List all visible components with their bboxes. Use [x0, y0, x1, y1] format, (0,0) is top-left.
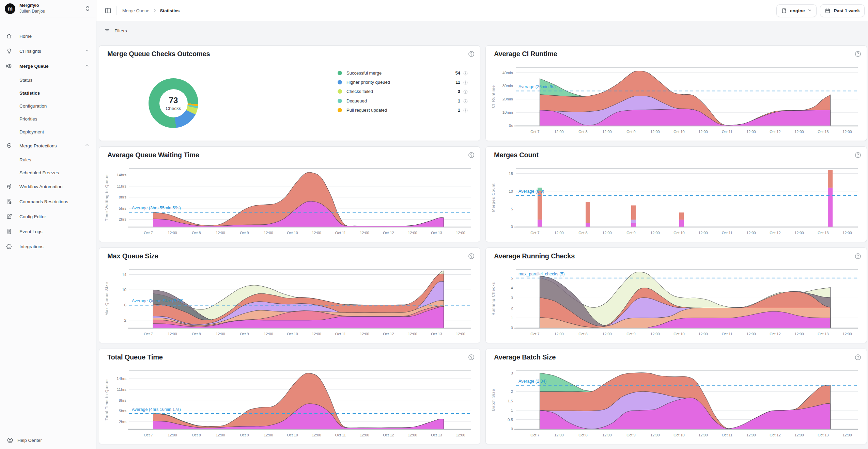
legend-row-checks-failed[interactable]: Checks failed3 [338, 89, 468, 95]
x-tick-label: 12:00 [650, 130, 660, 134]
average-batch-size-chart[interactable]: Average (2.34)00.511.523Oct 712:00Oct 81… [489, 365, 863, 443]
checks-outcomes-donut[interactable]: 73Checks [149, 78, 198, 128]
repository-icon [781, 8, 787, 14]
sidebar-item-label: Workflow Automation [19, 184, 63, 189]
org-switcher[interactable]: m Mergifyio Julien Danjou [0, 0, 96, 17]
y-tick-label: 5hrs [119, 409, 127, 413]
legend-row-higher-priority-queued[interactable]: Higher priority queued11 [338, 79, 468, 85]
help-question-icon[interactable] [468, 354, 475, 360]
card-merges-count: Merges CountAverage (8.8)051015Oct 712:0… [485, 146, 867, 242]
chart-canvas[interactable]: Average (2.34)00.511.523Oct 712:00Oct 81… [489, 365, 863, 443]
info-icon[interactable] [463, 71, 468, 75]
x-tick-label: Oct 10 [287, 433, 298, 437]
sidebar-item-merge-queue[interactable]: Merge Queue [0, 59, 96, 74]
breadcrumb: Merge Queue Statistics [122, 0, 180, 21]
chart-canvas[interactable]: Average (4hrs 16min 17s)2hrs5hrs8hrs11hr… [103, 365, 477, 443]
legend-color-dot [338, 71, 342, 75]
breadcrumb-merge-queue[interactable]: Merge Queue [122, 8, 150, 13]
x-tick-label: 12:00 [216, 433, 225, 437]
breadcrumb-chevron-icon [153, 8, 157, 13]
help-center-link[interactable]: Help Center [7, 437, 42, 444]
sidebar-item-event-logs[interactable]: Event Logs [0, 224, 96, 239]
info-icon[interactable] [463, 108, 468, 112]
sidebar-toggle-icon[interactable] [105, 7, 111, 14]
average-label: Average (2.34) [518, 379, 546, 384]
chart-canvas[interactable]: Average (8.8)051015Oct 712:00Oct 812:00O… [489, 163, 863, 240]
donut-center: 73Checks [159, 89, 188, 117]
sidebar-item-commands-restrictions[interactable]: Commands Restrictions [0, 194, 96, 209]
sidebar-item-deployment[interactable]: Deployment [0, 125, 96, 138]
x-tick-label: Oct 11 [722, 231, 733, 235]
sidebar-item-statistics[interactable]: Statistics [0, 86, 96, 99]
sidebar: m Mergifyio Julien Danjou HomeCI Insight… [0, 0, 96, 449]
y-tick-label: 0s [509, 124, 513, 128]
average-running-checks-chart[interactable]: max_parallel_checks (5)012345Oct 712:00O… [489, 264, 863, 341]
card-title: Merges Count [494, 151, 539, 159]
y-tick-label: 0.5 [508, 418, 513, 422]
legend-row-pull-request-updated[interactable]: Pull request updated1 [338, 107, 468, 113]
help-question-icon[interactable] [855, 253, 861, 259]
sidebar-item-home[interactable]: Home [0, 29, 96, 44]
card-total-queue-time: Total Queue TimeAverage (4hrs 16min 17s)… [99, 349, 480, 444]
help-question-icon[interactable] [855, 152, 861, 158]
filters-button[interactable]: Filters [104, 26, 127, 35]
statistics-grid: Merge Queue Checks Outcomes73ChecksSucce… [99, 45, 867, 444]
sidebar-item-scheduled-freezes[interactable]: Scheduled Freezes [0, 166, 96, 179]
average-ci-runtime-chart[interactable]: Average (26min 9s)0s10min20min30min40min… [489, 62, 863, 139]
y-tick-label: 14hrs [117, 173, 126, 177]
max-queue-size-chart[interactable]: Average Queue Size (5.96)261014Oct 712:0… [103, 264, 477, 341]
help-question-icon[interactable] [468, 253, 475, 259]
y-tick-label: 5 [511, 207, 513, 211]
legend-count: 3 [458, 89, 460, 94]
time-period-selector[interactable]: Past 1 week [820, 4, 865, 17]
chart-canvas[interactable]: max_parallel_checks (5)012345Oct 712:00O… [489, 264, 863, 341]
sidebar-item-merge-protections[interactable]: Merge Protections [0, 138, 96, 153]
sidebar-item-config-editor[interactable]: Config Editor [0, 209, 96, 224]
x-tick-label: Oct 12 [383, 433, 394, 437]
help-question-icon[interactable] [855, 354, 861, 360]
repository-selector[interactable]: engine [776, 4, 817, 17]
x-tick-label: 12:00 [698, 231, 708, 235]
sidebar-item-ci-insights[interactable]: CI Insights [0, 44, 96, 59]
average-queue-waiting-time-chart[interactable]: Average (3hrs 55min 59s)2hrs5hrs8hrs11hr… [103, 163, 477, 240]
sidebar-item-label: CI Insights [19, 49, 41, 54]
sidebar-item-label: Status [19, 78, 32, 83]
x-tick-label: 12:00 [650, 231, 660, 235]
sidebar-item-integrations[interactable]: Integrations [0, 239, 96, 254]
x-tick-label: Oct 7 [144, 433, 153, 437]
merges-count-chart[interactable]: Average (8.8)051015Oct 712:00Oct 812:00O… [489, 163, 863, 240]
x-tick-label: 12:00 [842, 130, 852, 134]
sidebar-item-workflow-automation[interactable]: Workflow Automation [0, 179, 96, 194]
y-tick-label: 4 [511, 286, 513, 290]
x-tick-label: Oct 7 [530, 231, 539, 235]
legend-row-dequeued[interactable]: Dequeued1 [338, 98, 468, 104]
help-question-icon[interactable] [855, 51, 861, 57]
legend-row-successful-merge[interactable]: Successful merge54 [338, 70, 468, 76]
y-tick-label: 5hrs [119, 206, 127, 210]
x-tick-label: 12:00 [746, 433, 756, 437]
help-question-icon[interactable] [468, 152, 475, 158]
help-question-icon[interactable] [468, 51, 475, 57]
x-tick-label: Oct 8 [578, 130, 587, 134]
total-queue-time-chart[interactable]: Average (4hrs 16min 17s)2hrs5hrs8hrs11hr… [103, 365, 477, 443]
filters-row: Filters [96, 21, 868, 40]
chart-canvas[interactable]: Average (26min 9s)0s10min20min30min40min… [489, 62, 863, 139]
x-tick-label: Oct 8 [192, 332, 201, 336]
sidebar-item-status[interactable]: Status [0, 74, 96, 86]
sidebar-item-rules[interactable]: Rules [0, 153, 96, 166]
x-tick-label: Oct 12 [770, 433, 780, 437]
info-icon[interactable] [463, 89, 468, 94]
chart-canvas[interactable]: Average (3hrs 55min 59s)2hrs5hrs8hrs11hr… [103, 163, 477, 240]
chevron-up-icon [85, 63, 89, 69]
card-title: Merge Queue Checks Outcomes [107, 50, 210, 58]
sidebar-item-priorities[interactable]: Priorities [0, 112, 96, 125]
x-tick-label: 12:00 [650, 433, 660, 437]
legend-count: 11 [455, 80, 460, 85]
legend-count: 1 [458, 98, 460, 103]
x-tick-label: Oct 12 [770, 130, 780, 134]
info-icon[interactable] [463, 80, 468, 84]
chart-canvas[interactable]: Average Queue Size (5.96)261014Oct 712:0… [103, 264, 477, 341]
x-tick-label: 12:00 [794, 231, 804, 235]
info-icon[interactable] [463, 99, 468, 103]
sidebar-item-configuration[interactable]: Configuration [0, 99, 96, 112]
